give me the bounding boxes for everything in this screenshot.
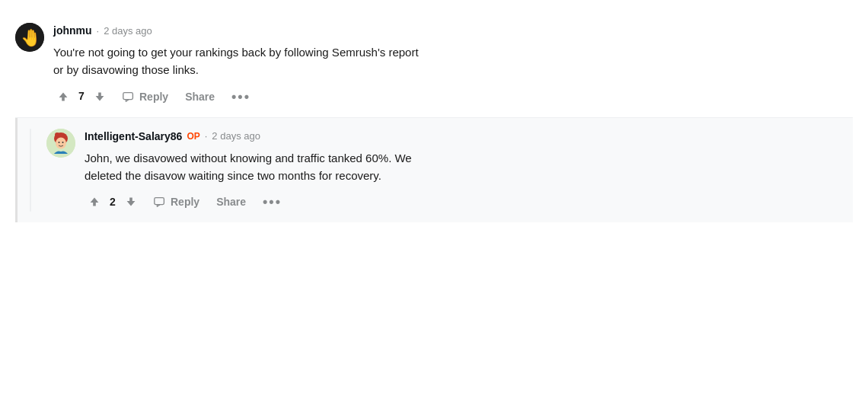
comment-1-actions: 7 Reply Share xyxy=(53,87,853,107)
reply-icon-2 xyxy=(153,195,167,209)
upvote-icon-1 xyxy=(56,90,70,104)
upvote-button-2[interactable] xyxy=(85,192,104,212)
dot-sep-2: · xyxy=(205,129,208,144)
downvote-button-1[interactable] xyxy=(90,87,110,107)
more-label-1: ••• xyxy=(231,89,251,104)
upvote-icon-2 xyxy=(88,195,101,209)
downvote-icon-1 xyxy=(93,90,107,104)
timestamp-1: 2 days ago xyxy=(104,24,152,39)
comment-2-meta: Intelligent-Salary86 OP · 2 days ago xyxy=(85,129,841,145)
username-johnmu: johnmu xyxy=(53,23,92,39)
more-button-1[interactable]: ••• xyxy=(227,87,255,107)
silhouette-icon: 🤚 xyxy=(15,23,44,52)
reply-button-1[interactable]: Reply xyxy=(117,87,173,107)
dot-sep-1: · xyxy=(97,24,100,39)
downvote-icon-2 xyxy=(124,195,138,209)
upvote-button-1[interactable] xyxy=(53,87,73,107)
svg-point-8 xyxy=(62,142,64,143)
svg-point-7 xyxy=(59,142,60,143)
reply-icon-1 xyxy=(122,90,136,104)
reply-inner: Intelligent-Salary86 OP · 2 days ago Joh… xyxy=(30,129,841,212)
avatar-johnmu: 🤚 xyxy=(15,23,44,52)
reply-container: Intelligent-Salary86 OP · 2 days ago Joh… xyxy=(15,118,853,223)
downvote-button-2[interactable] xyxy=(121,192,141,212)
svg-point-5 xyxy=(55,132,59,137)
share-button-1[interactable]: Share xyxy=(180,88,219,106)
more-button-2[interactable]: ••• xyxy=(258,192,286,212)
share-label-2: Share xyxy=(216,196,246,208)
svg-point-6 xyxy=(56,137,66,148)
op-badge: OP xyxy=(187,129,199,143)
indent-line xyxy=(30,129,31,212)
comment-2-body: Intelligent-Salary86 OP · 2 days ago Joh… xyxy=(85,129,841,212)
comment-2-actions: 2 Reply xyxy=(85,192,841,212)
vote-group-2: 2 xyxy=(85,192,141,212)
reply-button-2[interactable]: Reply xyxy=(148,192,204,212)
cartoon-avatar-icon xyxy=(46,129,75,158)
page-wrapper: 🤚 johnmu · 2 days ago You're not going t… xyxy=(0,0,868,235)
timestamp-2: 2 days ago xyxy=(212,129,260,144)
comment-1: 🤚 johnmu · 2 days ago You're not going t… xyxy=(15,12,853,118)
vote-count-1: 7 xyxy=(76,88,87,104)
vote-group-1: 7 xyxy=(53,87,110,107)
comment-1-body: johnmu · 2 days ago You're not going to … xyxy=(53,23,853,107)
reply-label-1: Reply xyxy=(139,91,168,103)
comment-2-text: John, we disavowed without knowing and t… xyxy=(85,149,841,185)
share-button-2[interactable]: Share xyxy=(212,193,251,211)
reply-label-2: Reply xyxy=(171,196,199,208)
vote-count-2: 2 xyxy=(107,194,118,210)
avatar-intelligent-salary86 xyxy=(46,129,75,158)
username-intelligent-salary86: Intelligent-Salary86 xyxy=(85,129,182,145)
svg-rect-9 xyxy=(155,198,164,205)
comment-1-meta: johnmu · 2 days ago xyxy=(53,23,853,39)
svg-rect-2 xyxy=(123,92,133,99)
share-label-1: Share xyxy=(185,91,215,103)
svg-text:🤚: 🤚 xyxy=(21,27,42,48)
comment-1-text: You're not going to get your rankings ba… xyxy=(53,43,853,79)
more-label-2: ••• xyxy=(263,194,282,209)
